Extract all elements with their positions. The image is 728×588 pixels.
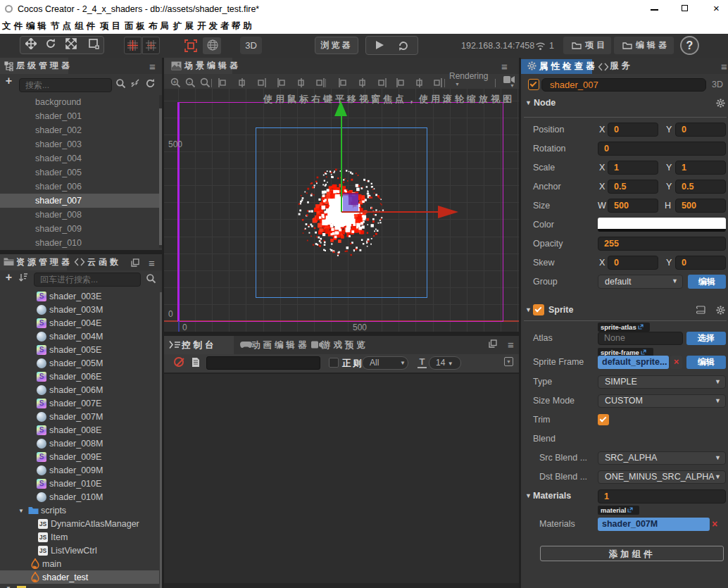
svg-text:-: - (189, 79, 191, 85)
svg-text:+: + (173, 79, 177, 85)
